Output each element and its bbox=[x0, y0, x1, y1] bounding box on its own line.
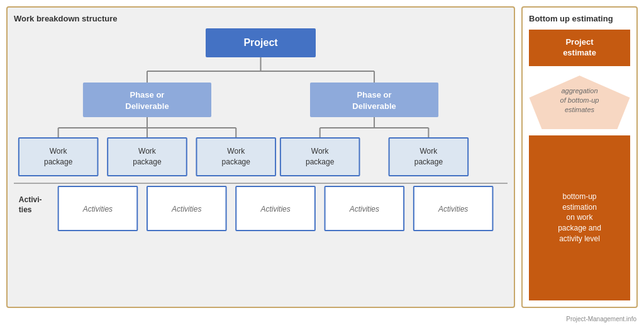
svg-text:Work: Work bbox=[227, 147, 245, 156]
svg-text:Phase or: Phase or bbox=[130, 90, 164, 100]
bottom-up-label: bottom-upestimationon workpackage andact… bbox=[558, 191, 601, 244]
svg-text:package: package bbox=[222, 157, 251, 166]
svg-text:package: package bbox=[306, 157, 335, 166]
svg-text:Activities: Activities bbox=[171, 205, 201, 214]
footer-text: Project-Management.info bbox=[566, 316, 636, 322]
svg-text:package: package bbox=[414, 157, 443, 166]
svg-text:Activities: Activities bbox=[260, 205, 290, 214]
bottom-up-panel: Bottom up estimating Projectestimate agg… bbox=[521, 6, 638, 308]
svg-rect-21 bbox=[196, 138, 275, 176]
svg-rect-28 bbox=[280, 138, 360, 176]
wbs-diagram: Project Phase or Deliverable Phase or De… bbox=[14, 28, 508, 300]
svg-rect-31 bbox=[389, 138, 469, 176]
aggregation-arrow: aggregationof bottom-upestimates bbox=[529, 72, 630, 129]
svg-text:Activi-: Activi- bbox=[19, 195, 42, 204]
project-box: Project bbox=[206, 28, 315, 57]
svg-text:Work: Work bbox=[420, 147, 438, 156]
project-estimate-box: Projectestimate bbox=[529, 30, 630, 66]
svg-text:Work: Work bbox=[50, 147, 68, 156]
wbs-tree-svg: Phase or Deliverable Phase or Deliverabl… bbox=[14, 57, 508, 234]
svg-rect-4 bbox=[83, 83, 211, 117]
svg-rect-15 bbox=[19, 138, 98, 176]
svg-text:Activities: Activities bbox=[82, 205, 113, 214]
svg-text:Work: Work bbox=[138, 147, 157, 156]
project-estimate-label: Projectestimate bbox=[563, 37, 596, 57]
svg-text:Deliverable: Deliverable bbox=[352, 101, 396, 111]
aggregation-text: aggregationof bottom-upestimates bbox=[554, 86, 606, 115]
bottom-up-estimation-box: bottom-upestimationon workpackage andact… bbox=[529, 135, 630, 300]
svg-text:Activities: Activities bbox=[349, 205, 379, 214]
svg-text:ties: ties bbox=[19, 205, 32, 214]
svg-text:package: package bbox=[133, 157, 162, 166]
svg-rect-7 bbox=[310, 83, 438, 117]
wbs-title: Work breakdown structure bbox=[14, 14, 508, 23]
svg-text:Phase or: Phase or bbox=[357, 90, 392, 100]
wbs-panel: Work breakdown structure Project Phase o… bbox=[6, 6, 515, 308]
svg-text:package: package bbox=[44, 157, 73, 166]
footer: Project-Management.info bbox=[0, 314, 644, 325]
right-panel-title: Bottom up estimating bbox=[529, 14, 630, 23]
svg-text:Activities: Activities bbox=[438, 205, 468, 214]
svg-rect-18 bbox=[108, 138, 187, 176]
svg-text:Deliverable: Deliverable bbox=[125, 101, 169, 111]
svg-text:Work: Work bbox=[311, 147, 330, 156]
